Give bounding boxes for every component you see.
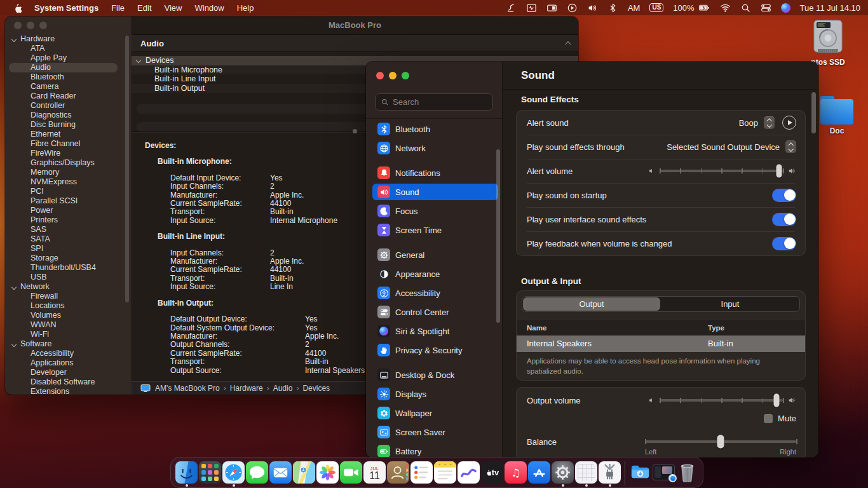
sidebar-item-wallpaper[interactable]: Wallpaper — [372, 405, 498, 421]
sidebar-item-locations[interactable]: Locations — [5, 301, 132, 311]
desktop-icon-folder[interactable]: Doc — [815, 95, 859, 135]
dock-item-maps[interactable] — [292, 461, 316, 484]
sidebar-item-bluetooth[interactable]: Bluetooth — [372, 121, 498, 137]
spotlight-icon[interactable] — [740, 3, 751, 13]
alert-sound-value[interactable]: Boop — [739, 118, 758, 128]
sidebar-item-network[interactable]: Network — [372, 140, 498, 156]
minimize-button[interactable] — [389, 72, 397, 79]
sidebar-item-memory[interactable]: Memory — [5, 168, 132, 177]
sidebar-item-thunderbolt-usb4[interactable]: Thunderbolt/USB4 — [5, 263, 132, 273]
menu-file[interactable]: File — [105, 3, 131, 13]
window-controls[interactable] — [376, 72, 409, 79]
toggle-switch[interactable] — [772, 213, 796, 226]
window-controls-inactive[interactable] — [14, 22, 47, 29]
sidebar-item-screen-time[interactable]: Screen Time — [372, 222, 498, 238]
sidebar-item-displays[interactable]: Displays — [372, 386, 498, 402]
sidebar-item-camera[interactable]: Camera — [5, 82, 132, 92]
balance-slider[interactable]: LeftRight — [645, 440, 796, 443]
toggle-switch[interactable] — [772, 189, 796, 202]
dock-item-music[interactable]: ♫ — [504, 461, 527, 484]
sidebar-item-sound[interactable]: Sound — [372, 184, 498, 200]
sidebar-item-controller[interactable]: Controller — [5, 101, 132, 111]
sidebar-item-battery[interactable]: Battery — [372, 443, 498, 458]
dock-item-system-settings[interactable] — [551, 461, 574, 484]
dock-item-grid-utility-app[interactable] — [574, 461, 598, 484]
display-mirror-icon[interactable] — [546, 3, 557, 13]
mute-control[interactable]: Mute — [764, 414, 796, 423]
sidebar-item-general[interactable]: General — [372, 247, 498, 263]
dock-item-downloads-folder[interactable] — [628, 461, 652, 484]
dock-item-freeform[interactable] — [457, 461, 480, 484]
table-row-internal-speakers[interactable]: Internal SpeakersBuilt-in — [517, 336, 805, 352]
sidebar-item-siri-spotlight[interactable]: Siri & Spotlight — [372, 323, 498, 339]
sidebar-item-bluetooth[interactable]: Bluetooth — [5, 72, 132, 82]
apple-menu[interactable] — [6, 3, 28, 13]
toggle-switch[interactable] — [772, 237, 796, 250]
menu-app-name[interactable]: System Settings — [28, 3, 105, 13]
input-source-badge[interactable]: US — [649, 3, 663, 12]
sidebar-item-developer[interactable]: Developer — [5, 368, 132, 377]
dock-item-messages[interactable] — [245, 461, 269, 484]
panel-scrollbar[interactable] — [811, 92, 816, 133]
sidebar-item-firewall[interactable]: Firewall — [5, 292, 132, 301]
audio-section-header[interactable]: Audio — [132, 34, 578, 52]
search-input[interactable]: Search — [375, 93, 493, 111]
desktop-icon-drive[interactable]: ntos SSD — [806, 18, 850, 67]
sidebar-item-apple-pay[interactable]: Apple Pay — [5, 53, 132, 63]
dock-item-notes[interactable] — [433, 461, 457, 484]
sidebar-item-disabled-software[interactable]: Disabled Software — [5, 377, 132, 387]
bluetooth-icon[interactable] — [607, 3, 618, 13]
play-alert-button[interactable] — [782, 116, 796, 130]
sidebar-item-notifications[interactable]: Notifications — [372, 165, 498, 181]
sidebar-item-storage[interactable]: Storage — [5, 254, 132, 263]
dock-item-launchpad[interactable] — [198, 461, 222, 484]
wifi-icon[interactable] — [720, 3, 731, 13]
settings-sidebar-scrollbar[interactable] — [496, 149, 500, 323]
zoom-button[interactable] — [402, 72, 409, 79]
menu-help[interactable]: Help — [231, 3, 261, 13]
sidebar-item-sata[interactable]: SATA — [5, 234, 132, 244]
menu-window[interactable]: Window — [188, 3, 230, 13]
sidebar-item-control-center[interactable]: Control Center — [372, 304, 498, 320]
tab-output[interactable]: Output — [523, 297, 660, 311]
sidebar-item-printers[interactable]: Printers — [5, 215, 132, 225]
sidebar-item-fibre-channel[interactable]: Fibre Channel — [5, 139, 132, 149]
battery-indicator[interactable]: 100% — [673, 3, 710, 13]
dock-item-appletv[interactable]: tv — [480, 461, 504, 484]
siri-icon[interactable] — [781, 3, 790, 13]
play-circle-icon[interactable] — [567, 3, 578, 13]
dock-item-appstore[interactable] — [527, 461, 551, 484]
sidebar-item-accessibility[interactable]: Accessibility — [5, 349, 132, 358]
sidebar-item-pci[interactable]: PCI — [5, 187, 132, 196]
sidebar-item-spi[interactable]: SPI — [5, 244, 132, 254]
sidebar-item-diagnostics[interactable]: Diagnostics — [5, 111, 132, 120]
dock-item-facetime[interactable] — [339, 461, 363, 484]
sidebar-item-wi-fi[interactable]: Wi-Fi — [5, 330, 132, 339]
dock-item-minimized-window[interactable] — [652, 464, 675, 480]
sidebar-item-graphics-displays[interactable]: Graphics/Displays — [5, 158, 132, 168]
window-title[interactable]: MacBook Pro — [132, 19, 578, 32]
stepper-control[interactable] — [785, 140, 796, 153]
sidebar-item-card-reader[interactable]: Card Reader — [5, 92, 132, 101]
sidebar-item-disc-burning[interactable]: Disc Burning — [5, 120, 132, 130]
sidebar-group-software[interactable]: Software — [5, 339, 132, 349]
close-button[interactable] — [376, 72, 384, 79]
sidebar-item-extensions[interactable]: Extensions — [5, 387, 132, 395]
sidebar-item-ata[interactable]: ATA — [5, 44, 132, 53]
sidebar-item-parallel-scsi[interactable]: Parallel SCSI — [5, 196, 132, 206]
dock-item-mail[interactable] — [269, 461, 292, 484]
alert-volume-slider[interactable] — [648, 166, 796, 175]
dock-item-finder[interactable] — [175, 461, 198, 484]
dock-item-contacts[interactable] — [386, 461, 410, 484]
sidebar-item-appearance[interactable]: Appearance — [372, 266, 498, 282]
output-volume-slider[interactable] — [648, 396, 796, 405]
menu-edit[interactable]: Edit — [131, 3, 158, 13]
dock-item-safari[interactable] — [222, 461, 245, 484]
sidebar-item-privacy-security[interactable]: Privacy & Security — [372, 342, 498, 358]
sidebar-item-firewire[interactable]: FireWire — [5, 149, 132, 158]
sidebar-item-wwan[interactable]: WWAN — [5, 320, 132, 330]
sidebar-item-power[interactable]: Power — [5, 206, 132, 215]
sidebar-item-ethernet[interactable]: Ethernet — [5, 130, 132, 139]
sidebar-item-sas[interactable]: SAS — [5, 225, 132, 234]
dock-item-chip-utility-app[interactable] — [598, 461, 621, 484]
